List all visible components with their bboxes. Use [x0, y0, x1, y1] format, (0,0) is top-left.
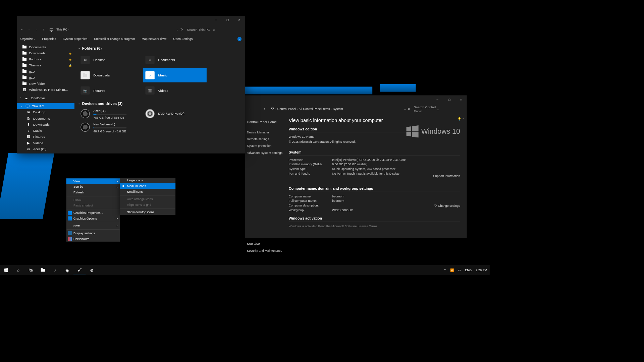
ctx-large-icons[interactable]: Large icons: [120, 178, 175, 183]
browser-icon[interactable]: ◉: [61, 265, 73, 275]
wifi-icon[interactable]: 📶: [450, 268, 454, 272]
change-settings-link[interactable]: 🛡Change settings: [434, 204, 460, 207]
view-submenu: Large icons Medium icons Small icons Aut…: [120, 178, 175, 215]
sidebar-item[interactable]: 🖼Pictures: [17, 133, 74, 139]
clock[interactable]: 2:29 PM: [476, 268, 487, 272]
ctx-graphics-options[interactable]: Graphics Options▸: [66, 216, 120, 221]
help-button[interactable]: ?: [237, 37, 241, 41]
tips-icon[interactable]: 💡 ⌃: [458, 117, 464, 121]
minimize-button[interactable]: ─: [432, 95, 443, 103]
folder-tile-music[interactable]: ♪Music: [143, 68, 207, 82]
settings-icon[interactable]: ⚙: [86, 265, 98, 275]
chevron-down-icon[interactable]: ⌄: [404, 108, 406, 110]
sidebar-item[interactable]: Documents: [17, 44, 74, 50]
sidebar-item[interactable]: 🖥Desktop: [17, 109, 74, 115]
folder-tile-videos[interactable]: 🎬Videos: [143, 83, 207, 98]
ctx-medium-icons[interactable]: Medium icons: [120, 183, 175, 189]
language-indicator[interactable]: ENG: [465, 268, 472, 272]
recent-dropdown[interactable]: ⌄: [34, 27, 39, 33]
nav-link[interactable]: Remote settings: [247, 136, 283, 142]
back-button[interactable]: ←: [248, 106, 253, 112]
store-icon[interactable]: 🛍: [24, 265, 37, 275]
chevron-down-icon[interactable]: ⌄: [176, 28, 178, 31]
sidebar-item[interactable]: New folder: [17, 80, 74, 86]
system-properties-button[interactable]: System properties: [63, 37, 88, 41]
address-bar[interactable]: › This PC ›: [50, 27, 175, 32]
sidebar-item[interactable]: g10: [17, 68, 74, 74]
sidebar-item[interactable]: ⛀Acer (C:): [17, 146, 74, 152]
paint-icon[interactable]: 🖌: [73, 265, 86, 275]
maximize-button[interactable]: ▢: [443, 95, 455, 103]
ctx-small-icons[interactable]: Small icons: [120, 189, 175, 194]
sidebar-item[interactable]: ▶Videos: [17, 140, 74, 146]
ctx-graphics-properties[interactable]: Graphics Properties...: [66, 210, 120, 216]
sidebar-item[interactable]: ♪Music: [17, 127, 74, 133]
file-explorer-icon[interactable]: [37, 265, 49, 275]
sidebar-item-onedrive[interactable]: ›☁OneDrive: [17, 95, 74, 101]
support-information-link[interactable]: Support Information: [433, 174, 460, 178]
action-center-icon[interactable]: ▭: [458, 268, 461, 272]
sidebar-item[interactable]: Pictures🔒: [17, 56, 74, 62]
ctx-show-desktop-icons[interactable]: Show desktop icons: [120, 209, 175, 215]
forward-button[interactable]: →: [255, 106, 260, 112]
system-sidebar: Control Panel Home Device Manager Remote…: [245, 115, 286, 246]
sidebar-item-this-pc[interactable]: ⌄This PC: [17, 103, 74, 109]
folder-tile-documents[interactable]: 🗎Documents: [143, 53, 207, 67]
drive-tile-dvd[interactable]: DVD RW Drive (D:): [143, 108, 207, 120]
folder-tile-downloads[interactable]: Downloads: [78, 68, 142, 82]
nav-link[interactable]: System protection: [247, 142, 283, 149]
up-button[interactable]: ↑: [41, 27, 47, 33]
nav-link[interactable]: Advanced system settings: [247, 149, 283, 156]
open-settings-button[interactable]: Open Settings: [173, 37, 193, 41]
sidebar-item[interactable]: ⛀New Volume (I:): [17, 152, 74, 154]
sys-row: Installed memory (RAM):8.00 GB (7.88 GB …: [289, 163, 460, 166]
uninstall-button[interactable]: Uninstall or change a program: [94, 37, 135, 41]
ctx-view[interactable]: View▸: [66, 178, 120, 184]
tray-chevron-icon[interactable]: ⌃: [444, 268, 446, 272]
forward-button[interactable]: →: [26, 27, 32, 33]
drive-tile-i[interactable]: New Volume (I:) 48.7 GB free of 48.8 GB: [78, 122, 142, 134]
ctx-refresh[interactable]: Refresh: [66, 190, 120, 195]
search-input[interactable]: Search This PC ⌕: [185, 26, 241, 33]
folders-header[interactable]: ⌄Folders (6): [78, 46, 241, 50]
sidebar-item[interactable]: Themes🔒: [17, 62, 74, 68]
folder-tile-pictures[interactable]: 📷Pictures: [78, 83, 142, 98]
system-titlebar: ─ ▢ ✕: [245, 95, 467, 103]
refresh-button[interactable]: ↻: [408, 107, 410, 111]
drives-header[interactable]: ⌄Devices and drives (3): [78, 101, 241, 106]
nav-link[interactable]: Security and Maintenance: [247, 247, 283, 254]
ctx-personalize[interactable]: Personalize: [66, 236, 120, 242]
refresh-button[interactable]: ↻: [180, 28, 183, 32]
sys-row: Processor:Intel(R) Pentium(R) CPU J2900 …: [289, 158, 460, 162]
minimize-button[interactable]: ─: [210, 16, 222, 24]
sidebar-item[interactable]: 🖼Windows 10 Hero Minimal M: [17, 87, 74, 93]
music-app-icon[interactable]: ♪: [49, 265, 61, 275]
sidebar-item[interactable]: g10: [17, 74, 74, 80]
drive-tile-c[interactable]: Acer (C:) 783 GB free of 865 GB: [78, 108, 142, 120]
ctx-sort-by[interactable]: Sort by▸: [66, 184, 120, 190]
maximize-button[interactable]: ▢: [222, 16, 233, 24]
organize-button[interactable]: Organize ⌄: [20, 37, 36, 41]
sidebar-item[interactable]: 🗎Documents: [17, 115, 74, 121]
folder-tile-desktop[interactable]: 🖥Desktop: [78, 53, 142, 67]
map-drive-button[interactable]: Map network drive: [142, 37, 167, 41]
search-button[interactable]: ⌕: [12, 265, 24, 275]
sidebar-item[interactable]: ⬇Downloads: [17, 121, 74, 127]
nav-link[interactable]: Device Manager: [247, 129, 283, 136]
ctx-display-settings[interactable]: Display settings: [66, 230, 120, 236]
back-button[interactable]: ←: [19, 27, 25, 33]
close-button[interactable]: ✕: [455, 95, 467, 103]
properties-button[interactable]: Properties: [42, 37, 56, 41]
start-button[interactable]: [0, 265, 12, 275]
breadcrumb-location[interactable]: This PC: [56, 28, 67, 32]
chevron-right-icon: ▸: [117, 217, 118, 220]
sidebar-item[interactable]: Downloads🔒: [17, 50, 74, 56]
control-panel-home-link[interactable]: Control Panel Home: [247, 118, 283, 126]
address-bar[interactable]: ⛉ › Control Panel › All Control Panel It…: [270, 107, 402, 111]
close-button[interactable]: ✕: [233, 16, 245, 24]
command-bar: Organize ⌄ Properties System properties …: [17, 35, 245, 43]
search-input[interactable]: Search Control Panel⌕: [412, 106, 463, 113]
ctx-align-grid: Align icons to grid: [120, 202, 175, 207]
up-button[interactable]: ↑: [262, 106, 267, 112]
ctx-new[interactable]: New▸: [66, 223, 120, 229]
